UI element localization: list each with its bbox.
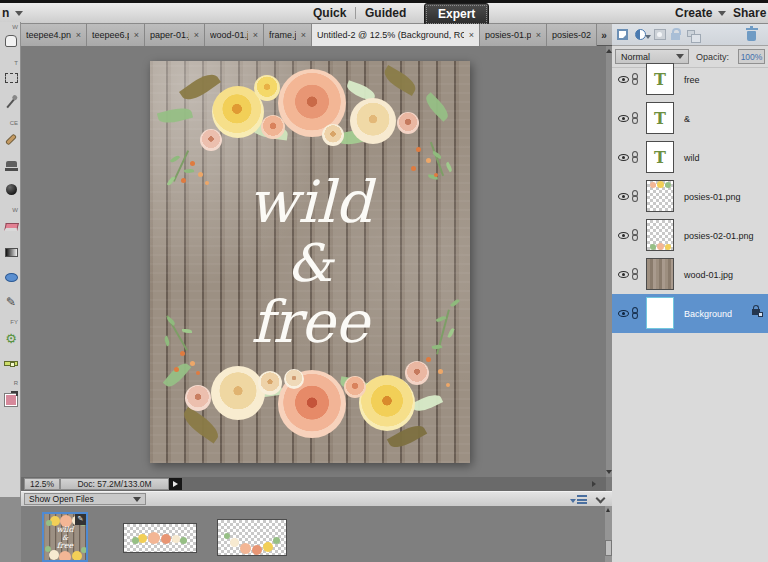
tool-section-color: R — [14, 380, 18, 386]
adjustment-layer-icon[interactable] — [635, 29, 646, 40]
healing-brush-tool[interactable] — [3, 130, 19, 148]
tool-section-modify: FY — [10, 319, 18, 325]
close-icon[interactable]: × — [134, 31, 139, 40]
bin-scrollbar[interactable] — [605, 506, 612, 562]
close-icon[interactable]: × — [301, 31, 306, 40]
straighten-tool[interactable] — [3, 354, 19, 372]
layer-row-posies-02-01[interactable]: posies-02-01.png — [612, 216, 768, 255]
gradient-icon — [5, 248, 18, 257]
pencil-icon: ✎ — [6, 296, 16, 308]
tab-untitled-2-active[interactable]: Untitled-2 @ 12.5% (Background, RGB/8) *… — [312, 24, 480, 46]
quick-selection-tool[interactable] — [3, 94, 19, 112]
hand-tool[interactable] — [3, 32, 19, 50]
layer-thumbnail-text[interactable]: T — [646, 63, 674, 95]
tab-label: posies-01.png — [485, 30, 531, 40]
visibility-eye-icon[interactable] — [618, 154, 629, 161]
layer-name: free — [684, 75, 700, 85]
layer-row-amp[interactable]: T & — [612, 99, 768, 138]
paint-bucket-tool[interactable] — [3, 268, 19, 286]
status-options-button[interactable] — [169, 478, 182, 490]
close-icon[interactable]: × — [194, 31, 199, 40]
layer-thumbnail-image[interactable] — [646, 258, 674, 290]
chevron-down-icon — [676, 54, 684, 59]
layer-row-posies-01[interactable]: posies-01.png — [612, 177, 768, 216]
bin-thumbnail-posies-01[interactable] — [123, 523, 197, 553]
poster-word-amp: & — [150, 237, 470, 289]
hand-icon — [5, 35, 17, 47]
open-button[interactable]: n — [2, 6, 23, 20]
eraser-tool[interactable] — [3, 218, 19, 236]
close-icon[interactable]: × — [76, 31, 81, 40]
visibility-eye-icon[interactable] — [618, 232, 629, 239]
layer-name: posies-01.png — [684, 192, 741, 202]
document-canvas[interactable]: wild & free — [150, 61, 470, 463]
tab-label: frame.jpg — [269, 30, 296, 40]
bin-thumbnail-posies-02[interactable] — [217, 519, 287, 556]
create-button[interactable]: Create — [675, 6, 726, 20]
close-icon[interactable]: × — [253, 31, 258, 40]
tool-section-view: W — [12, 24, 18, 30]
mode-tab-expert[interactable]: Expert — [424, 3, 489, 26]
foreground-color-swatch[interactable] — [3, 391, 19, 409]
layer-name: & — [684, 114, 690, 124]
gear-icon: ⚙ — [5, 332, 17, 345]
visibility-eye-icon[interactable] — [618, 271, 629, 278]
link-chain-icon — [632, 268, 638, 281]
layer-thumbnail-text[interactable]: T — [646, 141, 674, 173]
eraser-icon — [4, 223, 19, 231]
recompose-tool[interactable]: ⚙ — [3, 329, 19, 347]
duplicate-layer-icon[interactable] — [687, 30, 695, 37]
tab-teepee6[interactable]: teepee6.png × — [87, 24, 145, 46]
close-icon[interactable]: × — [469, 31, 474, 40]
pencil-tool[interactable]: ✎ — [3, 293, 19, 311]
bin-menu-icon[interactable] — [577, 495, 587, 504]
tab-paper-01[interactable]: paper-01.jpg × — [145, 24, 205, 46]
visibility-eye-icon[interactable] — [618, 115, 629, 122]
tab-wood-01[interactable]: wood-01.jpg × — [205, 24, 264, 46]
mini-word: free — [44, 542, 86, 550]
show-open-files-dropdown[interactable]: Show Open Files — [24, 493, 146, 505]
visibility-eye-icon[interactable] — [618, 193, 629, 200]
tab-label: wood-01.jpg — [210, 30, 248, 40]
layer-thumbnail-image[interactable] — [646, 219, 674, 251]
layer-row-free[interactable]: T free — [612, 60, 768, 99]
scroll-right-icon[interactable] — [592, 481, 596, 487]
layer-mask-icon[interactable] — [654, 29, 666, 40]
tab-posies-02[interactable]: posies-02- — [547, 24, 597, 46]
gradient-tool[interactable] — [3, 243, 19, 261]
visibility-eye-icon[interactable] — [618, 76, 629, 83]
mode-tab-quick[interactable]: Quick — [313, 6, 346, 20]
sponge-tool[interactable] — [3, 180, 19, 198]
layer-thumbnail-image[interactable] — [646, 180, 674, 212]
tab-overflow-button[interactable]: » — [597, 24, 611, 46]
tab-teepee4[interactable]: teepee4.png × — [21, 24, 87, 46]
layer-thumbnail-background[interactable] — [646, 297, 674, 329]
visibility-eye-icon[interactable] — [618, 310, 629, 317]
doc-size-field[interactable]: Doc: 57.2M/133.0M — [60, 478, 169, 490]
share-button[interactable]: Share — [733, 6, 766, 20]
layer-row-wood-01[interactable]: wood-01.jpg — [612, 255, 768, 294]
new-layer-icon[interactable] — [617, 29, 628, 40]
layer-thumbnail-text[interactable]: T — [646, 102, 674, 134]
zoom-level-field[interactable]: 12.5% — [24, 478, 60, 490]
lock-layer-icon[interactable] — [671, 33, 680, 40]
clone-stamp-tool[interactable] — [3, 155, 19, 173]
bin-thumbnail-untitled2[interactable]: wild & free ✎ — [42, 512, 88, 562]
scrollbar-thumb[interactable] — [605, 540, 612, 556]
scroll-up-icon[interactable] — [606, 508, 610, 512]
tab-posies-01[interactable]: posies-01.png × — [480, 24, 547, 46]
link-chain-icon — [632, 151, 638, 164]
link-chain-icon — [632, 190, 638, 203]
marquee-tool[interactable] — [3, 69, 19, 87]
layers-panel: Normal Opacity: 100% T free T & T wild — [612, 24, 768, 562]
layer-row-wild[interactable]: T wild — [612, 138, 768, 177]
status-bar: 12.5% Doc: 57.2M/133.0M — [21, 477, 606, 491]
tab-frame[interactable]: frame.jpg × — [264, 24, 312, 46]
collapse-bin-icon[interactable] — [596, 494, 606, 504]
delete-layer-icon[interactable] — [747, 31, 756, 41]
photo-bin: wild & free ✎ — [21, 506, 612, 562]
layer-row-background-selected[interactable]: Background — [612, 294, 768, 333]
close-icon[interactable]: × — [536, 31, 541, 40]
mode-tab-guided[interactable]: Guided — [365, 6, 406, 20]
color-swatch-icon — [5, 394, 17, 406]
